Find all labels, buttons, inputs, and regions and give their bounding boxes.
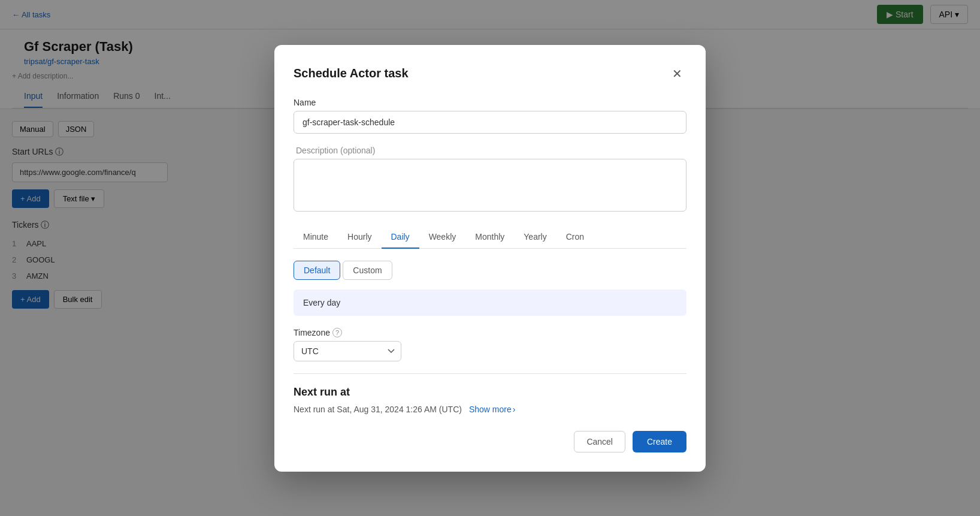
next-run-info: Next run at Sat, Aug 31, 2024 1:26 AM (U… — [294, 405, 686, 414]
custom-toggle[interactable]: Custom — [343, 261, 392, 280]
toggle-group: Default Custom — [294, 261, 686, 280]
name-input[interactable] — [294, 111, 686, 134]
next-run-heading: Next run at — [294, 386, 686, 399]
tab-yearly[interactable]: Yearly — [514, 226, 556, 249]
divider — [294, 373, 686, 374]
tab-daily[interactable]: Daily — [382, 226, 419, 249]
default-toggle[interactable]: Default — [294, 261, 340, 280]
tab-hourly[interactable]: Hourly — [338, 226, 381, 249]
name-label: Name — [294, 98, 686, 107]
chevron-right-icon: › — [513, 405, 516, 414]
schedule-description: Every day — [294, 289, 686, 316]
modal-footer: Cancel Create — [294, 431, 686, 452]
tab-monthly[interactable]: Monthly — [465, 226, 514, 249]
tab-minute[interactable]: Minute — [294, 226, 338, 249]
description-label: Description(optional) — [294, 146, 686, 155]
modal-header: Schedule Actor task ✕ — [294, 64, 686, 83]
create-button[interactable]: Create — [633, 431, 686, 452]
cancel-button[interactable]: Cancel — [574, 431, 625, 452]
modal-title: Schedule Actor task — [294, 67, 409, 80]
schedule-tabs: Minute Hourly Daily Weekly Monthly Yearl… — [294, 226, 686, 249]
next-run-text: Next run at Sat, Aug 31, 2024 1:26 AM (U… — [294, 405, 462, 414]
description-textarea[interactable] — [294, 159, 686, 212]
schedule-modal: Schedule Actor task ✕ Name Description(o… — [274, 45, 706, 472]
timezone-select[interactable]: UTC America/New_York Europe/London Asia/… — [294, 341, 401, 361]
tab-cron[interactable]: Cron — [556, 226, 594, 249]
close-button[interactable]: ✕ — [667, 64, 686, 83]
timezone-label: Timezone ? — [294, 328, 686, 337]
modal-overlay: Schedule Actor task ✕ Name Description(o… — [0, 0, 980, 516]
tab-weekly[interactable]: Weekly — [419, 226, 466, 249]
show-more-link[interactable]: Show more › — [469, 405, 515, 414]
timezone-help-icon: ? — [332, 328, 342, 337]
